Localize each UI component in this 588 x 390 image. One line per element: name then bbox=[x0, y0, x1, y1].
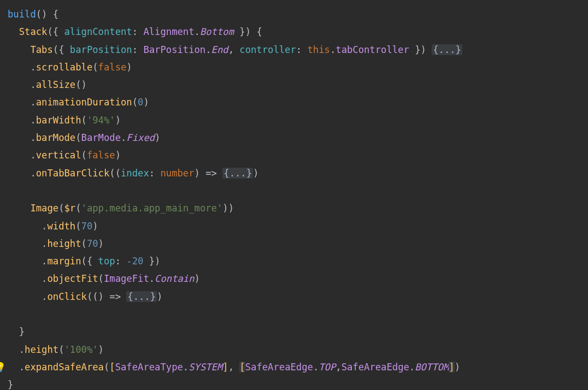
code-editor[interactable]: build() { Stack({ alignContent: Alignmen… bbox=[0, 0, 588, 390]
tok-Stack: Stack bbox=[19, 26, 48, 37]
tok-build: build bbox=[8, 9, 36, 20]
code-fold[interactable]: {...} bbox=[432, 44, 462, 55]
tok-Tabs: Tabs bbox=[30, 44, 52, 55]
code-fold[interactable]: {...} bbox=[126, 291, 157, 302]
code-fold[interactable]: {...} bbox=[222, 168, 253, 179]
intention-bulb-icon[interactable]: 💡 bbox=[0, 358, 6, 376]
tok-Image: Image bbox=[30, 203, 58, 214]
